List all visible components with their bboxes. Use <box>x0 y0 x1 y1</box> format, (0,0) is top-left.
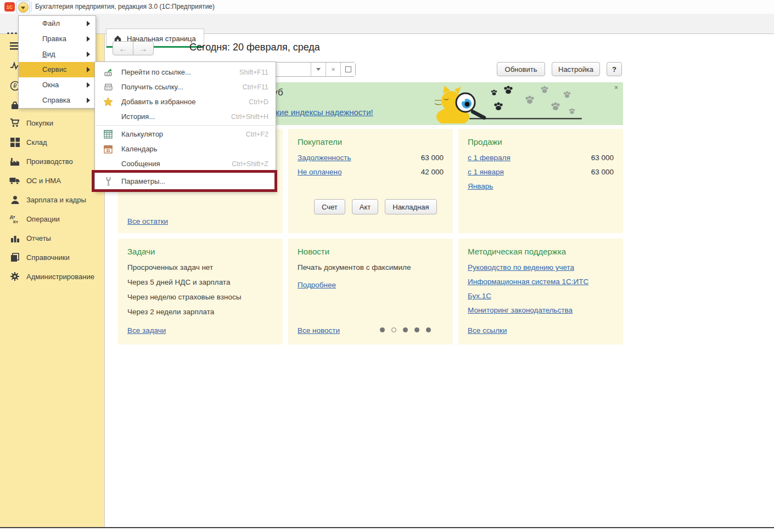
news-item-text: Печать документов с факсимиле <box>298 263 444 271</box>
unpaid-link[interactable]: Не оплачено <box>298 168 341 176</box>
sales-row-jan: с 1 января 63 000 <box>468 168 614 176</box>
its-system-link[interactable]: Информационная система 1С:ИТС <box>468 278 588 286</box>
card-title: Задачи <box>127 247 273 256</box>
shortcut-label: Shift+F11 <box>239 69 268 76</box>
submenu-item-add-favorite[interactable]: Добавить в избранное Ctrl+D <box>95 94 276 109</box>
menu-item-label: Вид <box>42 50 55 58</box>
invoice-button[interactable]: Счет <box>314 199 345 214</box>
submenu-arrow-icon <box>87 36 90 42</box>
law-monitoring-link[interactable]: Мониторинг законодательства <box>468 306 573 314</box>
forward-button[interactable]: → <box>133 41 154 55</box>
submenu-item-messages[interactable]: Сообщения Ctrl+Shift+Z <box>95 156 276 171</box>
books-icon <box>9 252 20 263</box>
submenu-item-label: Сообщения <box>121 160 232 168</box>
january-link[interactable]: Январь <box>468 182 493 190</box>
sidebar-label: Производство <box>26 157 73 166</box>
main-menu-panel: Файл Правка Вид Сервис Окна Справка <box>18 15 96 109</box>
menu-item-file[interactable]: Файл <box>19 16 96 31</box>
card-news: Новости Печать документов с факсимиле По… <box>288 239 453 344</box>
refresh-button[interactable]: Обновить <box>497 62 545 76</box>
sidebar-item-salary-hr[interactable]: Зарплата и кадры <box>0 193 104 206</box>
shortcut-label: Ctrl+Shift+Z <box>232 160 268 168</box>
menu-separator <box>96 172 275 173</box>
bar-chart-icon <box>9 233 20 244</box>
all-news-link[interactable]: Все новости <box>298 326 340 335</box>
star-icon <box>103 97 114 106</box>
shortcut-label: Ctrl+Shift+H <box>231 113 268 121</box>
act-button[interactable]: Акт <box>352 199 378 214</box>
sidebar-item-warehouse[interactable]: Склад <box>0 135 104 149</box>
help-button[interactable]: ? <box>607 62 622 76</box>
submenu-item-goto-link[interactable]: Перейти по ссылке... Shift+F11 <box>95 65 276 80</box>
sidebar-item-reports[interactable]: Отчеты <box>0 231 104 245</box>
window-bottom-edge <box>0 527 774 528</box>
pager-dot[interactable] <box>414 327 419 332</box>
accounting-guide-link[interactable]: Руководство по ведению учета <box>468 263 574 271</box>
all-links-link[interactable]: Все ссылки <box>468 326 507 335</box>
submenu-item-history[interactable]: История... Ctrl+Shift+H <box>95 109 276 124</box>
sidebar-item-production[interactable]: Производство <box>0 155 104 168</box>
debt-value: 63 000 <box>421 154 444 162</box>
submenu-item-label: Календарь <box>121 145 268 153</box>
buyers-doc-buttons: Счет Акт Накладная <box>314 199 437 214</box>
submenu-arrow-icon <box>87 52 90 57</box>
sidebar-item-purchases[interactable]: Покупки <box>0 116 104 129</box>
submenu-item-calendar[interactable]: 31 Календарь <box>95 142 276 156</box>
pager-dot[interactable] <box>426 327 431 332</box>
menu-item-help[interactable]: Справка <box>19 93 96 108</box>
since-jan-link[interactable]: с 1 января <box>468 168 504 176</box>
card-sales: Продажи с 1 февраля 63 000 с 1 января 63… <box>458 129 623 233</box>
shortcut-label: Ctrl+D <box>249 98 268 106</box>
debt-link[interactable]: Задолженность <box>298 154 351 162</box>
card-title: Продажи <box>468 137 614 146</box>
all-balances-link[interactable]: Все остатки <box>127 217 168 225</box>
card-buyers: Покупатели Задолженность 63 000 Не оплач… <box>288 129 453 233</box>
sidebar-label: ОС и НМА <box>26 177 61 185</box>
sidebar-item-fixed-assets[interactable]: ОС и НМА <box>0 174 104 187</box>
back-button[interactable]: ← <box>113 41 133 55</box>
task-line: Через 5 дней НДС и зарплата <box>127 278 273 286</box>
pager-dot[interactable] <box>380 327 385 332</box>
svg-text:Кт: Кт <box>13 219 18 224</box>
submenu-item-get-link[interactable]: Получить ссылку... Ctrl+F11 <box>95 80 276 94</box>
menu-item-edit[interactable]: Правка <box>19 31 96 47</box>
shortcut-label: Ctrl+F11 <box>243 83 268 91</box>
sidebar-item-operations[interactable]: ДтКт Операции <box>0 212 104 225</box>
since-feb-link[interactable]: с 1 февраля <box>468 154 511 162</box>
banner-link[interactable]: изкие индексы надежности! <box>267 107 373 117</box>
menu-item-label: Файл <box>42 19 60 27</box>
sales-row-january: Январь <box>468 182 614 190</box>
submenu-item-parameters[interactable]: Параметры... <box>95 174 276 189</box>
card-title: Методическая поддержка <box>468 247 614 256</box>
menu-item-label: Сервис <box>42 65 67 73</box>
news-more-link[interactable]: Подробнее <box>298 281 336 289</box>
card-tasks: Задачи Просроченных задач нет Через 5 дн… <box>118 239 283 344</box>
card-title: Новости <box>298 247 444 256</box>
all-tasks-link[interactable]: Все задачи <box>127 326 166 335</box>
today-heading: Сегодня: 20 февраля, среда <box>189 42 320 53</box>
search-dropdown-button[interactable] <box>311 63 326 76</box>
cart-icon <box>9 117 20 128</box>
shortcut-label: Ctrl+F2 <box>246 131 268 138</box>
settings-button[interactable]: Настройка <box>552 62 600 76</box>
search-clear-button[interactable]: × <box>326 63 340 76</box>
waybill-button[interactable]: Накладная <box>385 199 436 214</box>
submenu-item-calculator[interactable]: Калькулятор Ctrl+F2 <box>95 127 276 142</box>
menu-item-view[interactable]: Вид <box>19 47 96 62</box>
get-link-icon <box>103 83 114 92</box>
pager-dot-current[interactable] <box>391 327 396 332</box>
sidebar-item-directories[interactable]: Справочники <box>0 251 104 264</box>
cat-illustration <box>428 84 593 123</box>
main-menu-button[interactable] <box>16 1 30 14</box>
open-in-window-button[interactable] <box>340 63 355 76</box>
card-title: Покупатели <box>298 137 444 146</box>
news-more-row: Подробнее <box>298 281 444 289</box>
window-title: Бухгалтерия предприятия, редакция 3.0 (1… <box>35 0 215 14</box>
buh1c-link[interactable]: Бух.1С <box>468 292 491 300</box>
sidebar-item-administration[interactable]: Администрирование <box>0 270 104 283</box>
menu-item-windows[interactable]: Окна <box>19 77 96 93</box>
pager-dot[interactable] <box>403 327 408 332</box>
banner-close-icon[interactable]: × <box>614 84 618 91</box>
menu-item-service[interactable]: Сервис <box>19 62 96 77</box>
warehouse-grid-icon <box>9 137 20 148</box>
